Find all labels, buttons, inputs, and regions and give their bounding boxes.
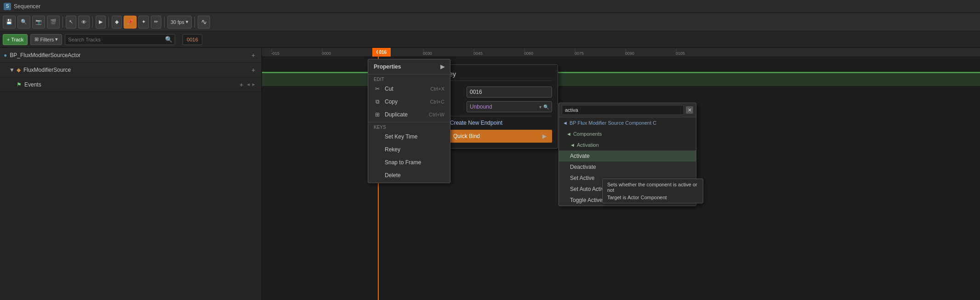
- cursor-button[interactable]: ↖: [66, 16, 76, 29]
- qb-set-active-label: Set Active: [570, 175, 594, 181]
- filters-chevron: ▾: [55, 36, 58, 42]
- playhead: [378, 48, 379, 57]
- duplicate-menu-item[interactable]: ⊞ Duplicate Ctrl+W: [368, 108, 450, 121]
- sep3: [108, 17, 109, 28]
- focus-button[interactable]: 🔍: [17, 16, 30, 29]
- camera-icon: 📷: [35, 19, 42, 25]
- snap-to-frame-label: Snap to Frame: [385, 159, 421, 166]
- qb-source-label: BP Flux Modifier Source Component C: [570, 120, 656, 126]
- fps-dropdown[interactable]: 30 fps ▾: [167, 16, 192, 29]
- tracks-toolbar: + Track ⊞ Filters ▾ 🔍 0016: [0, 31, 980, 48]
- focus-icon: 🔍: [21, 19, 27, 25]
- snap-button[interactable]: 📌: [124, 16, 137, 29]
- title-bar: S Sequencer: [0, 0, 980, 13]
- curve-icon: ∿: [201, 17, 207, 26]
- copy-menu-item[interactable]: ⧉ Copy Ctrl+C: [368, 95, 450, 108]
- ruler-mark-neg15: -015: [271, 48, 279, 57]
- ruler-mark-45: 0045: [473, 48, 483, 57]
- search-input[interactable]: [65, 34, 175, 45]
- add-track-button[interactable]: + Track: [3, 34, 28, 45]
- copy-label: Copy: [385, 98, 398, 105]
- key-event-row: Event Unbound ▾ 🔍: [435, 101, 552, 112]
- qb-activate-label: Activate: [570, 153, 590, 159]
- save-button[interactable]: 💾: [3, 16, 16, 29]
- fps-label: 30 fps: [171, 19, 184, 25]
- rekey-label: Rekey: [385, 146, 400, 153]
- track-item-events[interactable]: ⚑ Events + ◄ ►: [0, 77, 262, 92]
- filters-button[interactable]: ⊞ Filters ▾: [30, 34, 62, 45]
- cut-menu-item[interactable]: ✂ Cut Ctrl+X: [368, 82, 450, 95]
- quick-bind-inner[interactable]: ⚡ Quick Bind ▶: [435, 130, 552, 143]
- set-key-time-label: Set Key Time: [385, 133, 417, 140]
- ruler-mark-0: 0000: [322, 48, 331, 57]
- curve-button[interactable]: ∿: [198, 16, 210, 29]
- transform-button[interactable]: ✦: [138, 16, 149, 29]
- qb-source-arrow: ◄: [563, 120, 568, 126]
- delete-menu-item[interactable]: Delete: [368, 169, 450, 182]
- quick-bind-search-input[interactable]: [562, 105, 684, 115]
- cut-icon: ✂: [374, 86, 381, 92]
- context-menu-properties-section: Properties ▶: [368, 59, 450, 75]
- time-input[interactable]: [467, 87, 552, 98]
- qb-activation-label: Activation: [577, 142, 599, 148]
- qb-toggle-active-label: Toggle Active: [570, 197, 603, 203]
- save-icon: 💾: [6, 19, 12, 25]
- qb-source-header: ◄ BP Flux Modifier Source Component C: [559, 117, 696, 128]
- cut-shortcut: Ctrl+X: [430, 86, 444, 92]
- set-key-time-menu-item[interactable]: Set Key Time: [368, 130, 450, 143]
- actor-add-button[interactable]: +: [249, 51, 258, 60]
- quick-bind-label: Quick Bind: [453, 133, 480, 139]
- key-button[interactable]: ◆: [112, 16, 122, 29]
- film-button[interactable]: 🎬: [47, 16, 60, 29]
- next-key-icon: ►: [251, 82, 256, 87]
- view-button[interactable]: 👁: [78, 16, 90, 29]
- sep1: [63, 17, 63, 28]
- tooltip-line-1: Sets whether the component is active or …: [607, 182, 698, 193]
- cursor-icon: ↖: [69, 19, 73, 25]
- transform-icon: ✦: [142, 19, 146, 25]
- component-label: FluxModifierSource: [23, 67, 249, 73]
- auto-key-button[interactable]: ✏: [151, 16, 161, 29]
- play-button[interactable]: ▶: [96, 16, 106, 29]
- events-label: Events: [24, 81, 237, 88]
- qb-components-section: ◄ Components: [559, 128, 696, 139]
- events-add-button[interactable]: +: [237, 80, 246, 89]
- rekey-menu-item[interactable]: Rekey: [368, 143, 450, 156]
- quick-bind-item[interactable]: ⚡ Quick Bind ▶: [435, 130, 552, 143]
- actor-label: BP_FluxModifierSourceActor: [10, 52, 249, 58]
- timeline-ruler: -015 0000 0015 0030 0045 0060 0075 0090 …: [262, 48, 980, 57]
- event-dropdown[interactable]: Unbound ▾ 🔍: [467, 101, 552, 112]
- events-icon: ⚑: [17, 81, 22, 88]
- properties-menu-item[interactable]: Properties ▶: [368, 60, 450, 73]
- app-title: Sequencer: [14, 3, 40, 10]
- event-dropdown-chevron: ▾: [539, 104, 541, 110]
- quick-bind-arrow: ▶: [542, 133, 547, 139]
- snap-icon: 📌: [127, 19, 133, 25]
- ruler-mark-30: 0030: [423, 48, 432, 57]
- main-toolbar: 💾 🔍 📷 🎬 ↖ 👁 ▶ ◆ 📌 ✦ ✏ 30 fps ▾: [0, 13, 980, 31]
- ruler-mark-60: 0060: [524, 48, 533, 57]
- ruler-mark-90: 0090: [625, 48, 634, 57]
- quick-bind-search-bar: ✕: [559, 103, 696, 117]
- ruler-mark-75: 0075: [575, 48, 584, 57]
- create-endpoint-item[interactable]: ⊕ Create New Endpoint: [435, 116, 552, 129]
- component-expand-icon: ▼: [9, 67, 15, 73]
- context-menu: Properties ▶ Edit ✂ Cut Ctrl+X ⧉ Copy Ct…: [368, 59, 450, 183]
- quick-bind-close-button[interactable]: ✕: [686, 106, 693, 114]
- prev-key-icon: ◄: [246, 82, 251, 87]
- delete-label: Delete: [385, 172, 401, 179]
- component-add-button[interactable]: +: [249, 65, 258, 75]
- camera-button[interactable]: 📷: [32, 16, 45, 29]
- actor-icon: ●: [4, 52, 7, 58]
- search-icon: 🔍: [165, 36, 172, 43]
- sep4: [164, 17, 165, 28]
- qb-deactivate-item[interactable]: Deactivate: [559, 162, 696, 173]
- snap-to-frame-menu-item[interactable]: Snap to Frame: [368, 156, 450, 169]
- track-item-component[interactable]: ▼ ◆ FluxModifierSource +: [0, 63, 262, 77]
- ruler-mark-105: 0105: [676, 48, 685, 57]
- qb-activate-item[interactable]: Activate: [559, 150, 696, 162]
- track-item-actor[interactable]: ● BP_FluxModifierSourceActor +: [0, 48, 262, 63]
- frame-number: 0016: [187, 37, 198, 42]
- events-arrows: ◄ ►: [246, 82, 256, 87]
- auto-key-icon: ✏: [154, 19, 158, 25]
